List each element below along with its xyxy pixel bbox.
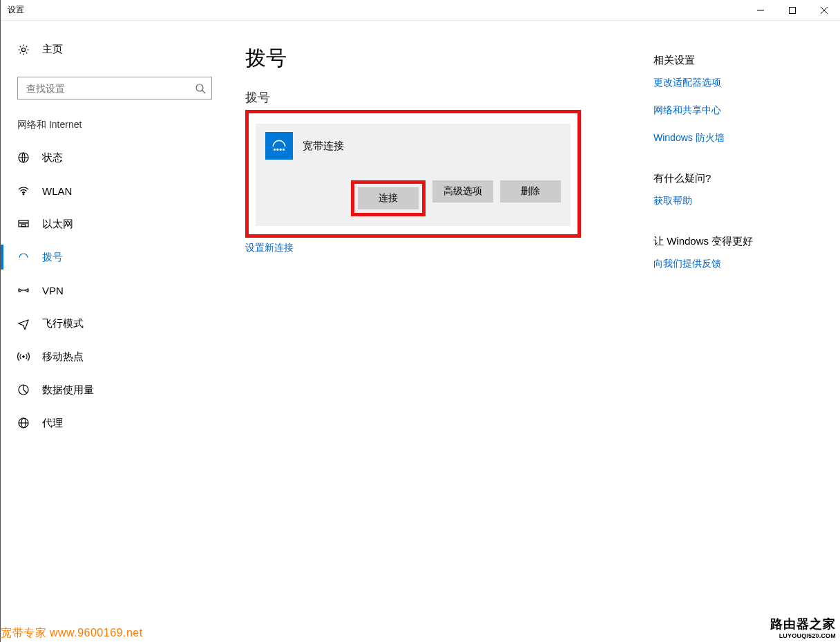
section-title: 拨号 — [245, 89, 653, 106]
gear-icon — [17, 44, 30, 56]
network-sharing-link[interactable]: 网络和共享中心 — [653, 104, 826, 117]
question-heading: 有什么疑问? — [653, 172, 826, 185]
watermark-left: 宽带专家 www.9600169.net — [1, 626, 143, 641]
page-title: 拨号 — [245, 44, 653, 73]
sidebar: 主页 网络和 Internet 状态 WLAN — [1, 21, 229, 642]
sidebar-item-label: 状态 — [42, 151, 63, 164]
right-pane: 相关设置 更改适配器选项 网络和共享中心 Windows 防火墙 有什么疑问? … — [653, 21, 840, 642]
search-input[interactable] — [26, 83, 195, 94]
maximize-button[interactable] — [776, 0, 808, 21]
sidebar-item-label: VPN — [42, 285, 64, 296]
svg-point-31 — [280, 149, 281, 151]
airplane-icon — [17, 317, 30, 330]
sidebar-item-ethernet[interactable]: 以太网 — [1, 207, 229, 240]
related-settings-heading: 相关设置 — [653, 54, 826, 67]
sidebar-item-label: 拨号 — [42, 251, 63, 264]
improve-heading: 让 Windows 变得更好 — [653, 235, 826, 248]
group-title: 网络和 Internet — [1, 119, 229, 141]
setup-new-connection-link[interactable]: 设置新连接 — [245, 242, 294, 254]
titlebar: 设置 — [1, 0, 840, 21]
sidebar-item-airplane[interactable]: 飞行模式 — [1, 307, 229, 340]
dialup-connection-icon — [265, 132, 293, 160]
feedback-link[interactable]: 向我们提供反馈 — [653, 258, 826, 270]
highlight-connect: 连接 — [351, 180, 426, 216]
connect-button[interactable]: 连接 — [358, 187, 419, 209]
svg-rect-10 — [21, 225, 26, 227]
sidebar-item-data-usage[interactable]: 数据使用量 — [1, 373, 229, 406]
sidebar-item-label: 代理 — [42, 417, 63, 430]
dialup-icon — [17, 251, 30, 263]
close-button[interactable] — [808, 0, 840, 21]
data-icon — [17, 384, 30, 396]
vpn-icon — [17, 284, 30, 296]
svg-point-5 — [196, 84, 203, 91]
connection-header: 宽带连接 — [265, 132, 561, 160]
sidebar-item-label: 移动热点 — [42, 350, 84, 364]
home-label: 主页 — [42, 43, 63, 56]
hotspot-icon — [17, 350, 30, 363]
svg-point-29 — [274, 149, 276, 151]
sidebar-item-label: 数据使用量 — [42, 384, 94, 397]
ethernet-icon — [17, 218, 30, 230]
proxy-icon — [17, 417, 30, 429]
sidebar-item-label: WLAN — [42, 185, 72, 197]
home-link[interactable]: 主页 — [1, 37, 229, 62]
connection-name: 宽带连接 — [303, 140, 344, 153]
watermark-url: LUYOUQI520.COM — [770, 632, 836, 639]
search-box[interactable] — [17, 77, 212, 100]
sidebar-item-status[interactable]: 状态 — [1, 141, 229, 174]
adapter-options-link[interactable]: 更改适配器选项 — [653, 77, 826, 89]
svg-point-30 — [277, 149, 278, 151]
sidebar-item-proxy[interactable]: 代理 — [1, 406, 229, 440]
sidebar-item-hotspot[interactable]: 移动热点 — [1, 340, 229, 373]
svg-point-21 — [19, 290, 21, 292]
search-icon — [195, 83, 206, 94]
window-title: 设置 — [8, 4, 24, 16]
sidebar-item-dialup[interactable]: 拨号 — [1, 240, 229, 274]
sidebar-item-label: 以太网 — [42, 218, 73, 231]
sidebar-item-wlan[interactable]: WLAN — [1, 174, 229, 207]
network-icon — [17, 151, 30, 164]
window-controls — [745, 0, 840, 21]
highlight-main: 宽带连接 连接 高级选项 删除 — [245, 110, 581, 238]
firewall-link[interactable]: Windows 防火墙 — [653, 132, 826, 144]
button-row: 连接 高级选项 删除 — [265, 180, 561, 216]
svg-point-22 — [26, 290, 28, 292]
main-content: 拨号 拨号 宽带连接 — [229, 21, 653, 642]
get-help-link[interactable]: 获取帮助 — [653, 195, 826, 207]
wifi-icon — [17, 185, 30, 197]
delete-button[interactable]: 删除 — [500, 180, 561, 202]
svg-line-6 — [202, 91, 205, 93]
sidebar-item-vpn[interactable]: VPN — [1, 274, 229, 307]
connection-card[interactable]: 宽带连接 连接 高级选项 删除 — [256, 124, 571, 226]
svg-point-8 — [23, 193, 24, 195]
svg-rect-1 — [790, 7, 796, 13]
sidebar-item-label: 飞行模式 — [42, 317, 84, 330]
svg-point-32 — [283, 149, 285, 151]
minimize-button[interactable] — [745, 0, 776, 21]
svg-point-4 — [21, 48, 25, 51]
advanced-button[interactable]: 高级选项 — [432, 180, 493, 202]
watermark-right: 路由器之家 LUYOUQI520.COM — [770, 616, 836, 639]
watermark-brand: 路由器之家 — [770, 616, 836, 632]
svg-point-24 — [23, 356, 24, 357]
